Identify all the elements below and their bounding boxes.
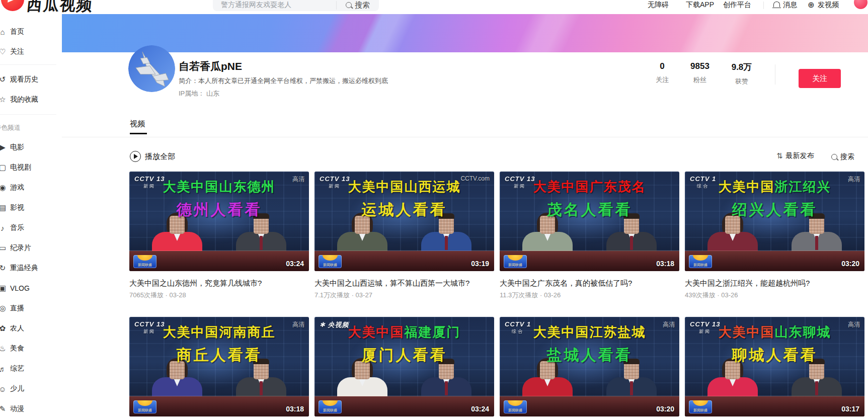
search-button[interactable]: 搜索 [337, 0, 379, 11]
sidebar-item-icon: ☆ [0, 95, 8, 104]
messages-link[interactable]: 消息 [783, 1, 797, 10]
channel-search-control[interactable]: 搜索 [831, 152, 854, 161]
video-duration: 03:24 [286, 260, 304, 268]
sidebar-item-variety[interactable]: ♬ 综艺 [0, 359, 62, 379]
sidebar-section-label: 特色频道 [0, 123, 21, 132]
video-title[interactable]: 大美中国之广东茂名，真的被低估了吗? [500, 278, 679, 288]
plus-circle-icon: ⊕ [808, 0, 814, 10]
video-thumbnail[interactable]: CCTV 13 新闻 CCTV.com 大美中国山西运城 运城人看看 新闻联播 … [314, 172, 494, 271]
sidebar-item-farmers[interactable]: ✿ 农人 [0, 318, 62, 339]
sidebar-item-icon: ♡ [0, 47, 8, 56]
video-card-2[interactable]: CCTV 13 新闻 CCTV.com 大美中国山西运城 运城人看看 新闻联播 … [314, 172, 494, 317]
video-thumbnail[interactable]: CCTV 13 新闻 高清 大美中国山东聊城 聊城人看看 新闻联播 03:17 [685, 317, 864, 416]
creator-platform-link[interactable]: 创作平台 [723, 1, 751, 10]
video-thumbnail[interactable]: CCTV 13 新闻 高清 大美中国山东德州 德州人看看 新闻联播 03:24 [129, 172, 309, 271]
video-title[interactable]: 大美中国之山东德州，究竟算几线城市? [129, 278, 309, 288]
sidebar-item-icon: ⌂ [0, 28, 8, 36]
accessibility-link[interactable]: 无障碍 [648, 1, 669, 10]
sidebar-item-anime[interactable]: ✎ 动漫 [0, 399, 62, 419]
video-thumbnail[interactable]: CCTV 13 新闻 高清 大美中国河南商丘 商丘人看看 新闻联播 03:18 [129, 317, 309, 416]
sidebar-item-movies[interactable]: ▶ 电影 [0, 137, 62, 157]
video-title[interactable]: 大美中国之山西运城，算不算山西第一大城市? [314, 278, 494, 288]
news-program-badge: 新闻联播 [504, 400, 527, 413]
xigua-logo-icon[interactable] [1, 0, 24, 11]
sidebar-item-label: 首页 [10, 27, 24, 36]
search-input[interactable] [220, 0, 333, 11]
sidebar-item-live[interactable]: ◎ 直播 [0, 298, 62, 318]
overlay-line1: 大美中国福建厦门 [314, 323, 494, 341]
video-card-3[interactable]: CCTV 13 新闻 大美中国广东茂名 茂名人看看 新闻联播 03:18 大美中… [500, 172, 679, 317]
sort-arrows-icon: ⇅ [776, 151, 783, 160]
video-meta: 7065次播放 · 03-28 [129, 291, 309, 300]
sidebar-item-label: 音乐 [10, 223, 24, 232]
video-thumbnail[interactable]: CCTV 1 综合 高清 大美中国浙江绍兴 绍兴人看看 新闻联播 03:20 [685, 172, 864, 271]
sidebar-item-tv-series[interactable]: ▢ 电视剧 [0, 157, 62, 178]
publish-video-link[interactable]: 发视频 [818, 1, 839, 10]
badge-label: 新闻联播 [319, 408, 342, 413]
sidebar-item-label: 电影 [10, 143, 24, 152]
bell-icon [773, 2, 780, 7]
anchor-tie [630, 236, 633, 250]
sidebar-divider [0, 64, 56, 65]
anchor-tie [445, 236, 448, 250]
sidebar-item-label: 动漫 [10, 404, 24, 413]
overlay-line2: 运城人看看 [314, 200, 494, 220]
search-box[interactable]: 搜索 [213, 0, 379, 11]
sidebar-item-vlog[interactable]: ▣ VLOG [0, 278, 62, 298]
sidebar-item-icon: ✎ [0, 404, 8, 413]
video-card-4[interactable]: CCTV 1 综合 高清 大美中国浙江绍兴 绍兴人看看 新闻联播 03:20 大… [685, 172, 864, 317]
sidebar-item-label: 我的收藏 [10, 95, 38, 104]
sidebar-item-kids[interactable]: ☺ 少儿 [0, 379, 62, 399]
sidebar-item-classics[interactable]: ↻ 重温经典 [0, 258, 62, 278]
search-button-label: 搜索 [355, 1, 370, 10]
sidebar-item-watch-history[interactable]: ↺ 观看历史 [0, 69, 62, 90]
xigua-logo-text[interactable]: 西瓜视频 [26, 0, 94, 16]
anchor-tie [260, 381, 263, 395]
video-thumbnail[interactable]: CCTV 1 综合 高清 大美中国江苏盐城 盐城人看看 新闻联播 03:20 [500, 317, 679, 416]
avatar[interactable] [128, 45, 175, 92]
sidebar-item-icon: ▣ [0, 284, 8, 293]
download-app-link[interactable]: 下载APP [686, 1, 714, 10]
sidebar-item-food[interactable]: ♨ 美食 [0, 339, 62, 359]
sidebar-item-games[interactable]: ◉ 游戏 [0, 178, 62, 198]
sort-control[interactable]: ⇅ 最新发布 [776, 151, 814, 160]
sidebar-item-label: 游戏 [10, 183, 24, 192]
video-thumbnail[interactable]: ✱ 央视频 大美中国福建厦门 厦门人看看 新闻联播 03:24 [314, 317, 494, 416]
overlay-line1: 大美中国山东聊城 [685, 323, 864, 341]
profile-ip-location: IP属地： 山东 [179, 89, 219, 98]
video-card-7[interactable]: CCTV 1 综合 高清 大美中国江苏盐城 盐城人看看 新闻联播 03:20 [500, 317, 679, 419]
sidebar-item-documentary[interactable]: ▭ 纪录片 [0, 238, 62, 258]
topbar: 西瓜视频 搜索 无障碍 下载APP 创作平台 消息 ⊕ 发视频 [0, 0, 868, 14]
sidebar-item-following[interactable]: ♡ 关注 [0, 42, 62, 62]
sidebar-item-my-favorites[interactable]: ☆ 我的收藏 [0, 90, 62, 110]
news-program-badge: 新闻联播 [133, 255, 156, 268]
overlay-line1: 大美中国山东德州 [129, 178, 309, 196]
sidebar-item-icon: ♨ [0, 344, 8, 353]
video-card-8[interactable]: CCTV 13 新闻 高清 大美中国山东聊城 聊城人看看 新闻联播 03:17 [685, 317, 864, 419]
video-card-1[interactable]: CCTV 13 新闻 高清 大美中国山东德州 德州人看看 新闻联播 03:24 … [129, 172, 309, 317]
sidebar-item-icon: ▢ [0, 163, 8, 172]
overlay-line1: 大美中国广东茂名 [500, 178, 679, 196]
video-duration: 03:24 [471, 405, 489, 413]
video-title[interactable]: 大美中国之浙江绍兴，能超越杭州吗? [685, 278, 864, 288]
play-all-button[interactable]: 播放全部 [130, 151, 175, 162]
tab-active-underline [130, 133, 147, 134]
video-card-6[interactable]: ✱ 央视频 大美中国福建厦门 厦门人看看 新闻联播 03:24 [314, 317, 494, 419]
anchor-tie [630, 381, 633, 395]
follow-button[interactable]: 关注 [799, 69, 841, 88]
stat-following-label: 关注 [641, 75, 683, 85]
overlay-line1: 大美中国浙江绍兴 [685, 178, 864, 196]
video-card-5[interactable]: CCTV 13 新闻 高清 大美中国河南商丘 商丘人看看 新闻联播 03:18 [129, 317, 309, 419]
sidebar-item-music[interactable]: ♪ 音乐 [0, 218, 62, 238]
sidebar-item-film-tv[interactable]: ▤ 影视 [0, 198, 62, 218]
user-avatar[interactable] [854, 0, 867, 9]
sidebar-item-home[interactable]: ⌂ 首页 [0, 22, 62, 42]
sidebar-item-label: 美食 [10, 344, 24, 353]
tab-videos[interactable]: 视频 [130, 119, 145, 129]
sidebar-item-icon: ◉ [0, 183, 8, 192]
overlay-line1: 大美中国河南商丘 [129, 323, 309, 341]
badge-label: 新闻联播 [133, 263, 156, 268]
anchor-tie [445, 381, 448, 395]
video-thumbnail[interactable]: CCTV 13 新闻 大美中国广东茂名 茂名人看看 新闻联播 03:18 [500, 172, 679, 271]
sidebar-item-label: 综艺 [10, 364, 24, 373]
